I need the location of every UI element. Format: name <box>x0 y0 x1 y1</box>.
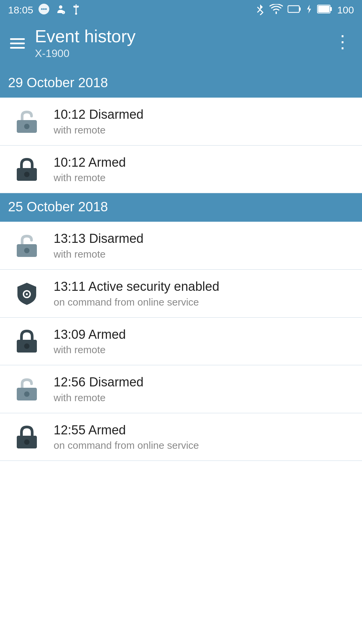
event-detail: on command from online service <box>54 297 219 308</box>
event-icon <box>10 424 44 450</box>
status-bar-right: 100 <box>255 3 354 17</box>
date-label: 29 October 2018 <box>8 75 108 90</box>
wifi-icon <box>269 4 283 16</box>
svg-point-1 <box>41 8 43 10</box>
person-icon: + <box>55 3 67 17</box>
svg-point-30 <box>26 293 28 295</box>
app-header: Event history X-1900 ⋮ <box>0 20 362 69</box>
status-bar-left: 18:05 + <box>8 3 81 17</box>
date-label: 25 October 2018 <box>8 199 108 214</box>
bluetooth-icon <box>255 3 265 17</box>
event-title: 13:13 Disarmed <box>54 231 143 247</box>
event-info: 13:11 Active security enabled on command… <box>54 279 219 308</box>
event-item: 12:56 Disarmed with remote <box>0 365 362 413</box>
header-left: Event history X-1900 <box>10 27 136 60</box>
event-detail: with remote <box>54 124 143 136</box>
event-icon <box>10 232 44 259</box>
event-info: 12:56 Disarmed with remote <box>54 375 143 404</box>
event-item: 13:09 Armed with remote <box>0 318 362 366</box>
event-info: 10:12 Armed with remote <box>54 155 126 184</box>
usb-icon <box>71 3 81 17</box>
event-title: 12:56 Disarmed <box>54 375 143 390</box>
svg-point-11 <box>75 13 77 15</box>
event-item: 13:13 Disarmed with remote <box>0 222 362 270</box>
svg-marker-16 <box>307 5 311 13</box>
event-detail: on command from online service <box>54 440 199 451</box>
event-detail: with remote <box>54 172 126 183</box>
svg-point-36 <box>24 391 29 397</box>
event-title: 13:09 Armed <box>54 327 126 342</box>
svg-point-28 <box>24 248 29 253</box>
event-title: 13:11 Active security enabled <box>54 279 219 294</box>
event-title: 10:12 Disarmed <box>54 107 143 122</box>
date-header: 29 October 2018 <box>0 69 362 98</box>
svg-point-2 <box>43 8 45 10</box>
event-detail: with remote <box>54 344 126 356</box>
date-header: 25 October 2018 <box>0 193 362 222</box>
message-icon <box>38 3 50 17</box>
event-item: 10:12 Disarmed with remote <box>0 98 362 146</box>
battery-outline-icon <box>288 4 301 16</box>
svg-rect-18 <box>318 6 329 12</box>
event-item: 12:55 Armed on command from online servi… <box>0 413 362 461</box>
svg-rect-10 <box>77 6 79 7</box>
svg-rect-15 <box>299 7 301 11</box>
status-time: 18:05 <box>8 4 33 16</box>
menu-button[interactable] <box>10 38 25 49</box>
svg-line-12 <box>257 7 260 10</box>
event-item: 13:11 Active security enabled on command… <box>0 270 362 318</box>
svg-point-4 <box>59 5 62 9</box>
event-info: 13:13 Disarmed with remote <box>54 231 143 260</box>
event-info: 13:09 Armed with remote <box>54 327 126 356</box>
event-icon <box>10 108 44 135</box>
battery-percent: 100 <box>337 4 354 16</box>
more-options-button[interactable]: ⋮ <box>334 37 352 49</box>
svg-point-3 <box>45 8 47 10</box>
header-title-group: Event history X-1900 <box>35 27 136 60</box>
event-item: 10:12 Armed with remote <box>0 146 362 194</box>
event-info: 12:55 Armed on command from online servi… <box>54 423 199 451</box>
page-title: Event history <box>35 27 136 46</box>
svg-text:+: + <box>63 11 64 14</box>
event-icon <box>10 156 44 183</box>
svg-point-33 <box>24 343 29 349</box>
svg-rect-19 <box>330 7 332 11</box>
event-list: 29 October 2018 10:12 Disarmed with remo… <box>0 69 362 461</box>
event-icon <box>10 328 44 355</box>
svg-line-13 <box>257 10 260 12</box>
event-icon <box>10 376 44 402</box>
svg-point-39 <box>24 439 29 445</box>
svg-point-22 <box>24 124 29 129</box>
charging-icon <box>306 4 312 16</box>
event-detail: with remote <box>54 392 143 404</box>
battery-level <box>317 4 333 16</box>
device-name: X-1900 <box>35 47 136 60</box>
svg-rect-14 <box>288 6 299 12</box>
event-title: 10:12 Armed <box>54 155 126 170</box>
event-title: 12:55 Armed <box>54 423 199 438</box>
svg-point-25 <box>24 172 29 177</box>
event-detail: with remote <box>54 249 143 260</box>
event-icon <box>10 280 44 307</box>
event-info: 10:12 Disarmed with remote <box>54 107 143 136</box>
status-bar: 18:05 + <box>0 0 362 20</box>
svg-rect-9 <box>73 6 75 7</box>
